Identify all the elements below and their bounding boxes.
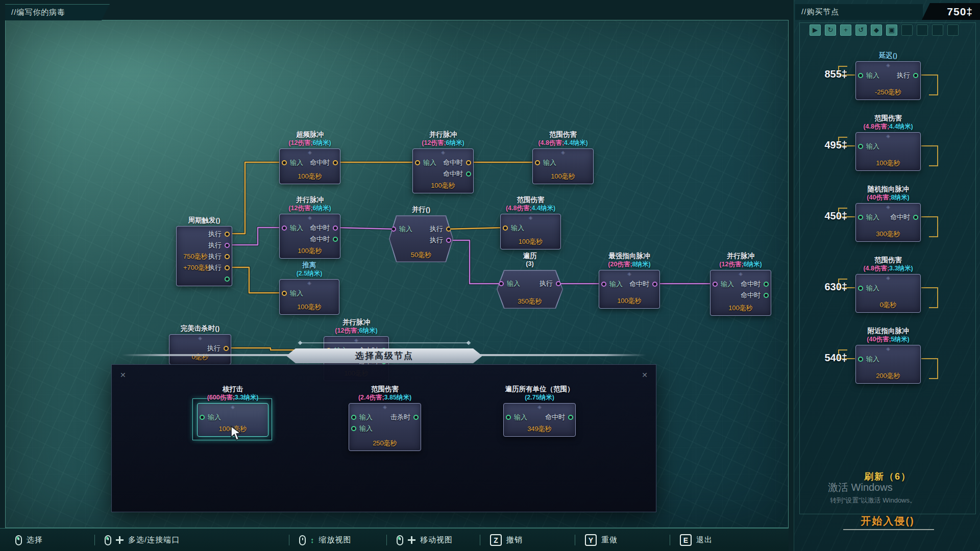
toolbar-separator	[575, 535, 575, 545]
shop-item-price: 630‡	[806, 281, 847, 293]
input-port[interactable]	[858, 144, 863, 149]
port-label: 输入	[866, 284, 879, 293]
input-port[interactable]	[858, 73, 863, 78]
start-underline	[843, 529, 934, 530]
mouse-cursor	[230, 425, 244, 441]
windows-watermark-line2: 转到“设置”以激活 Windows。	[830, 496, 916, 505]
hint-redo: Y 重做	[585, 529, 618, 551]
shop-node-delay[interactable]: ◈输入执行-250毫秒	[855, 61, 921, 100]
shop-node-area-damage-2[interactable]: ◈输入0毫秒	[855, 274, 921, 313]
currency-balance: 750‡	[922, 3, 980, 20]
node-title: 随机指向脉冲	[868, 185, 909, 194]
hint-undo-label: 撤销	[506, 535, 523, 545]
move-cross-icon	[408, 536, 415, 544]
node-row: 输入命中时	[856, 212, 920, 223]
mouse-wheel-icon	[299, 535, 306, 545]
node-title: 附近指向脉冲	[868, 327, 909, 336]
toolbar-separator	[670, 535, 670, 545]
shop-item-price: 855‡	[806, 68, 847, 80]
hint-exit-label: 退出	[696, 535, 713, 545]
port-label: 输入	[866, 355, 879, 364]
editor-tab: //编写你的病毒	[5, 4, 110, 20]
hint-zoom: ↕ 缩放视图	[299, 529, 352, 551]
node-row: 输入	[856, 141, 920, 152]
node-subtitle: (4.8伤害;3.3纳米)	[863, 264, 913, 273]
hint-select-label: 选择	[27, 535, 43, 545]
output-port[interactable]	[913, 215, 918, 220]
mouse-icon	[105, 535, 111, 545]
node-glyph-icon: ◈	[886, 133, 890, 139]
node-title: 范围伤害	[874, 256, 902, 265]
shop-item-list: ◈输入执行-250毫秒延迟()855‡◈输入100毫秒范围伤害(4.8伤害;4.…	[0, 0, 980, 551]
mouse-icon	[397, 535, 403, 545]
toolbar-separator	[386, 535, 387, 545]
toolbar-separator	[94, 535, 95, 545]
input-port[interactable]	[858, 357, 863, 362]
hint-zoom-label: 缩放视图	[319, 535, 352, 545]
input-port[interactable]	[858, 215, 863, 220]
node-row: 输入执行	[856, 70, 920, 81]
node-row: 输入	[856, 354, 920, 365]
hint-redo-label: 重做	[601, 535, 618, 545]
mouse-icon	[15, 535, 22, 545]
node-time: -250毫秒	[856, 88, 920, 97]
port-label: 输入	[866, 71, 879, 80]
port-label: 输入	[866, 142, 879, 151]
virus-editor-screen: 执行执行750毫秒执行+700毫秒执行周期触发()◈输入命中时100毫秒超频脉冲…	[0, 0, 980, 551]
shop-tab: //购买节点	[795, 4, 923, 20]
toolbar-separator	[480, 535, 480, 545]
node-time: 0毫秒	[856, 300, 920, 310]
hint-select: 选择	[15, 529, 43, 551]
shop-node-random-pulse[interactable]: ◈输入命中时300毫秒	[855, 203, 921, 242]
shop-item-price: 495‡	[806, 139, 847, 151]
shop-item-price: 540‡	[806, 352, 847, 364]
hint-pan: 移动视图	[397, 529, 453, 551]
start-invasion-button[interactable]: 开始入侵()	[795, 514, 980, 528]
input-port[interactable]	[858, 286, 863, 291]
node-time: 100毫秒	[856, 159, 920, 168]
shop-node-near-pulse[interactable]: ◈输入200毫秒	[855, 345, 921, 384]
node-row: 输入	[856, 283, 920, 294]
hint-multiselect: 多选/连接端口	[105, 529, 180, 551]
port-label: 输入	[866, 213, 879, 222]
node-title: 延迟()	[879, 51, 897, 60]
shop-node-area-damage-1[interactable]: ◈输入100毫秒	[855, 132, 921, 171]
move-cross-icon	[116, 536, 124, 544]
key-z-icon: Z	[490, 534, 502, 546]
hint-pan-label: 移动视图	[420, 535, 453, 545]
node-time: 300毫秒	[856, 230, 920, 239]
shop-tab-label: //购买节点	[801, 7, 839, 17]
node-subtitle: (40伤害;5纳米)	[867, 335, 909, 344]
node-glyph-icon: ◈	[886, 346, 890, 352]
node-glyph-icon: ◈	[886, 204, 890, 210]
key-e-icon: E	[680, 534, 692, 546]
shop-item-price: 450‡	[806, 210, 847, 222]
port-label: 命中时	[890, 213, 910, 222]
node-glyph-icon: ◈	[886, 275, 890, 281]
key-y-icon: Y	[585, 534, 597, 546]
windows-watermark-line1: 激活 Windows	[828, 481, 893, 494]
output-port[interactable]	[913, 73, 918, 78]
hint-undo: Z 撤销	[490, 529, 523, 551]
bottom-toolbar: 选择 多选/连接端口 ↕ 缩放视图 移动视图 Z 撤销 Y 重做	[0, 528, 789, 551]
node-time: 200毫秒	[856, 371, 920, 381]
node-subtitle: (4.8伤害;4.4纳米)	[863, 122, 913, 131]
editor-tab-label: //编写你的病毒	[11, 8, 65, 17]
node-title: 范围伤害	[874, 114, 902, 123]
toolbar-separator	[289, 535, 289, 545]
node-subtitle: (40伤害;8纳米)	[867, 193, 909, 202]
hint-multiselect-label: 多选/连接端口	[128, 535, 180, 545]
port-label: 执行	[897, 71, 910, 80]
updown-arrow-icon: ↕	[310, 536, 314, 544]
hint-exit: E 退出	[680, 529, 713, 551]
node-glyph-icon: ◈	[886, 62, 890, 68]
